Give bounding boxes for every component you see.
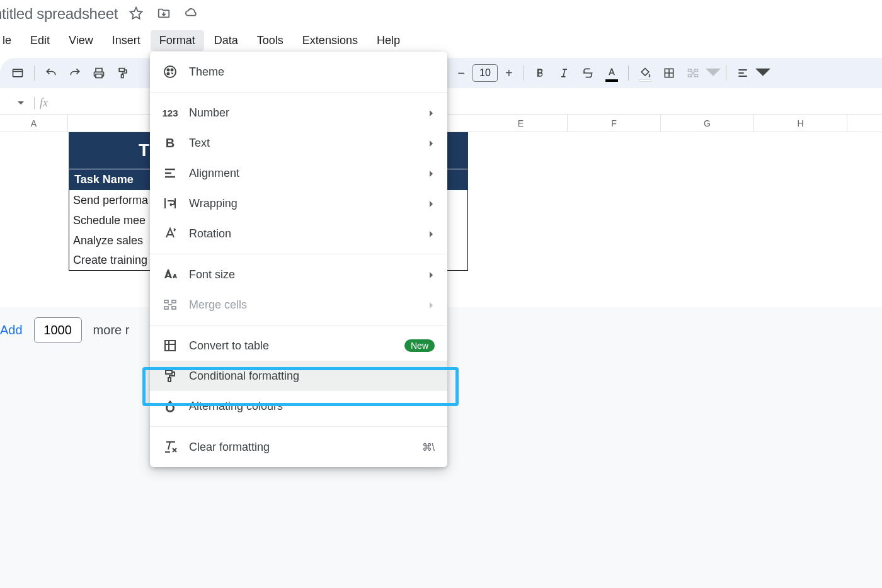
menu-item-label: Text — [189, 137, 210, 150]
italic-icon[interactable] — [553, 62, 575, 84]
add-rows-label: more r — [93, 323, 130, 337]
number-icon: 123 — [163, 105, 178, 120]
bold-icon: B — [163, 135, 178, 150]
menu-item-text[interactable]: B Text — [150, 128, 447, 158]
column-header-g[interactable]: G — [661, 115, 754, 132]
add-rows-control: Add more r — [0, 317, 129, 343]
menu-insert[interactable]: Insert — [103, 30, 149, 51]
column-header-h[interactable]: H — [754, 115, 847, 132]
menu-item-label: Convert to table — [189, 339, 269, 353]
undo-icon[interactable] — [40, 62, 62, 84]
svg-point-5 — [168, 69, 169, 71]
font-size-value[interactable]: 10 — [472, 64, 498, 82]
separator — [34, 97, 35, 110]
menu-extensions[interactable]: Extensions — [294, 30, 367, 51]
menu-item-merge-cells: Merge cells — [150, 290, 447, 320]
star-icon[interactable] — [129, 6, 143, 22]
table-header-text: Task Name — [74, 173, 134, 186]
menu-item-label: Font size — [189, 268, 235, 281]
merge-cells-icon[interactable] — [682, 62, 704, 84]
horizontal-align-icon[interactable] — [731, 62, 754, 84]
search-menus-icon[interactable] — [6, 62, 29, 84]
separator — [34, 65, 35, 81]
column-header-e[interactable]: E — [474, 115, 568, 132]
svg-point-4 — [164, 66, 176, 77]
add-rows-input[interactable] — [34, 317, 82, 343]
align-dropdown-caret[interactable] — [755, 65, 770, 81]
menu-view[interactable]: View — [60, 30, 102, 51]
clear-formatting-icon — [163, 439, 178, 455]
separator — [726, 65, 726, 81]
wrapping-icon — [163, 196, 178, 211]
menu-edit[interactable]: Edit — [21, 30, 59, 51]
keyboard-shortcut: ⌘\ — [422, 441, 435, 453]
title-bar: ntitled spreadsheet — [0, 0, 882, 28]
submenu-arrow-icon — [428, 298, 435, 312]
menu-divider — [150, 426, 447, 427]
add-rows-button[interactable]: Add — [0, 323, 23, 337]
menu-tools[interactable]: Tools — [248, 30, 292, 51]
menu-item-wrapping[interactable]: Wrapping — [150, 188, 447, 218]
menu-item-number[interactable]: 123 Number — [150, 98, 447, 128]
new-badge: New — [404, 339, 435, 352]
column-header-a[interactable]: A — [0, 115, 68, 132]
redo-icon[interactable] — [64, 62, 86, 84]
table-icon — [163, 338, 178, 353]
svg-rect-0 — [13, 69, 23, 77]
menu-format[interactable]: Format — [151, 30, 204, 51]
format-dropdown-menu: Theme 123 Number B Text Alignment Wrappi… — [150, 52, 447, 467]
font-size-control: − 10 + — [452, 62, 518, 84]
print-icon[interactable] — [88, 62, 110, 84]
menu-item-label: Theme — [189, 65, 224, 79]
menu-item-font-size[interactable]: Font size — [150, 259, 447, 290]
svg-rect-2 — [122, 75, 123, 78]
submenu-arrow-icon — [428, 137, 435, 150]
menu-item-label: Alignment — [189, 167, 239, 180]
menu-file[interactable]: le — [0, 30, 20, 51]
svg-point-7 — [168, 73, 169, 75]
menu-divider — [150, 325, 447, 325]
conditional-formatting-icon — [163, 368, 178, 383]
menu-item-theme[interactable]: Theme — [150, 57, 447, 87]
strikethrough-icon[interactable] — [576, 62, 599, 84]
bold-icon[interactable] — [529, 62, 551, 84]
menu-bar: le Edit View Insert Format Data Tools Ex… — [0, 29, 882, 52]
cloud-status-icon[interactable] — [185, 6, 198, 22]
menu-item-convert-to-table[interactable]: Convert to table New — [150, 331, 447, 361]
menu-item-label: Alternating colours — [189, 400, 283, 413]
submenu-arrow-icon — [428, 106, 435, 120]
menu-item-conditional-formatting[interactable]: Conditional formatting — [150, 361, 447, 391]
increase-font-icon[interactable]: + — [500, 62, 518, 84]
menu-item-alternating-colours[interactable]: Alternating colours — [150, 391, 447, 421]
menu-item-label: Number — [189, 106, 229, 120]
separator — [523, 65, 524, 81]
borders-icon[interactable] — [658, 62, 680, 84]
menu-item-clear-formatting[interactable]: Clear formatting ⌘\ — [150, 432, 447, 462]
merge-dropdown-caret[interactable] — [706, 65, 721, 81]
menu-data[interactable]: Data — [205, 30, 247, 51]
submenu-arrow-icon — [428, 227, 435, 240]
name-box-dropdown[interactable] — [0, 100, 29, 106]
paint-format-icon[interactable] — [112, 62, 134, 84]
text-color-icon[interactable] — [600, 62, 623, 84]
menu-help[interactable]: Help — [368, 30, 409, 51]
menu-divider — [150, 92, 447, 93]
menu-item-rotation[interactable]: Rotation — [150, 218, 447, 249]
column-header-f[interactable]: F — [568, 115, 661, 132]
merge-cells-icon — [163, 297, 178, 312]
menu-item-label: Clear formatting — [189, 441, 270, 454]
decrease-font-icon[interactable]: − — [452, 62, 470, 84]
alternating-colours-icon — [163, 399, 178, 414]
alignment-icon — [163, 166, 178, 181]
menu-item-label: Merge cells — [189, 298, 247, 312]
title-icons — [129, 6, 198, 22]
menu-divider — [150, 254, 447, 254]
svg-point-6 — [171, 69, 173, 71]
submenu-arrow-icon — [428, 197, 435, 210]
move-folder-icon[interactable] — [157, 6, 171, 22]
fill-color-icon[interactable] — [634, 62, 656, 84]
menu-item-label: Rotation — [189, 227, 231, 240]
theme-icon — [163, 64, 178, 79]
menu-item-alignment[interactable]: Alignment — [150, 158, 447, 188]
document-title[interactable]: ntitled spreadsheet — [0, 5, 118, 23]
